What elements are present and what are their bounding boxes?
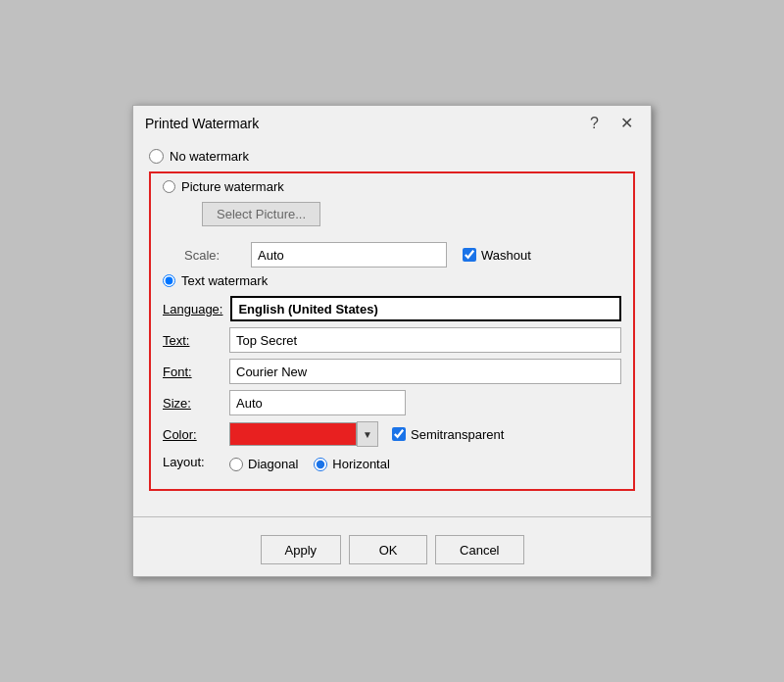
size-label: Size: (163, 396, 221, 411)
washout-checkbox-row: Washout (463, 248, 531, 263)
cancel-button[interactable]: Cancel (435, 535, 523, 564)
layout-options: Diagonal Horizontal (229, 457, 390, 471)
size-select[interactable]: Auto (229, 390, 406, 415)
horizontal-label[interactable]: Horizontal (332, 457, 390, 471)
size-dropdown-wrap: Auto (229, 390, 406, 415)
horizontal-radio[interactable] (314, 458, 327, 471)
title-bar-buttons: ? ✕ (584, 114, 639, 133)
watermark-options-box: Picture watermark Select Picture... Scal… (149, 171, 635, 491)
diagonal-label[interactable]: Diagonal (248, 457, 298, 471)
font-dropdown-wrap: Courier New (229, 359, 621, 384)
text-row: Text: Top Secret (163, 327, 621, 353)
washout-label[interactable]: Washout (481, 248, 531, 263)
text-watermark-label[interactable]: Text watermark (181, 273, 268, 288)
picture-watermark-label[interactable]: Picture watermark (181, 179, 284, 194)
layout-label: Layout: (163, 455, 221, 469)
picture-header-row: Picture watermark (163, 179, 621, 194)
text-dropdown-wrap: Top Secret (229, 327, 621, 353)
color-picker-wrap: ▼ (229, 421, 378, 447)
layout-row: Layout: Diagonal Horizontal (163, 453, 621, 471)
scale-label: Scale: (184, 248, 243, 263)
scale-select[interactable]: Auto (251, 242, 447, 268)
text-select[interactable]: Top Secret (229, 327, 621, 353)
diagonal-option: Diagonal (229, 457, 298, 471)
title-bar: Printed Watermark ? ✕ (133, 106, 651, 139)
size-row: Size: Auto (163, 390, 621, 415)
no-watermark-label[interactable]: No watermark (170, 149, 249, 164)
language-label: Language: (163, 302, 222, 317)
diagonal-radio[interactable] (229, 458, 243, 471)
semitransparent-label[interactable]: Semitransparent (411, 427, 504, 442)
picture-controls: Select Picture... Scale: Auto Washout (163, 202, 621, 268)
dialog-divider (133, 516, 651, 517)
washout-checkbox[interactable] (463, 248, 476, 262)
scale-dropdown-wrap: Auto (251, 242, 447, 268)
apply-button[interactable]: Apply (261, 535, 342, 564)
semitransparent-row: Semitransparent (392, 427, 504, 442)
text-label: Text: (163, 333, 221, 348)
help-button[interactable]: ? (584, 114, 605, 133)
select-picture-button[interactable]: Select Picture... (202, 202, 320, 226)
color-label: Color: (163, 427, 221, 442)
no-watermark-radio[interactable] (149, 149, 164, 164)
color-swatch[interactable] (229, 422, 357, 446)
ok-button[interactable]: OK (349, 535, 427, 564)
picture-watermark-radio[interactable] (163, 180, 175, 193)
semitransparent-checkbox[interactable] (392, 427, 406, 441)
text-watermark-header-row: Text watermark (163, 273, 621, 288)
no-watermark-row: No watermark (149, 149, 635, 164)
scale-row: Scale: Auto Washout (184, 242, 621, 268)
font-row: Font: Courier New (163, 359, 621, 384)
color-row: Color: ▼ Semitransparent (163, 421, 621, 447)
horizontal-option: Horizontal (314, 457, 390, 471)
close-button[interactable]: ✕ (614, 114, 639, 133)
language-select[interactable]: English (United States) (230, 296, 621, 321)
language-row: Language: English (United States) (163, 296, 621, 321)
language-dropdown-wrap: English (United States) (230, 296, 621, 321)
text-watermark-radio[interactable] (163, 274, 175, 287)
dialog-title: Printed Watermark (145, 116, 259, 131)
dialog-window: Printed Watermark ? ✕ No watermark Pictu… (132, 105, 652, 577)
button-row: Apply OK Cancel (133, 527, 651, 576)
font-label: Font: (163, 365, 221, 379)
dialog-body: No watermark Picture watermark Select Pi… (133, 139, 651, 507)
font-select[interactable]: Courier New (229, 359, 621, 384)
color-dropdown-btn[interactable]: ▼ (357, 421, 378, 447)
